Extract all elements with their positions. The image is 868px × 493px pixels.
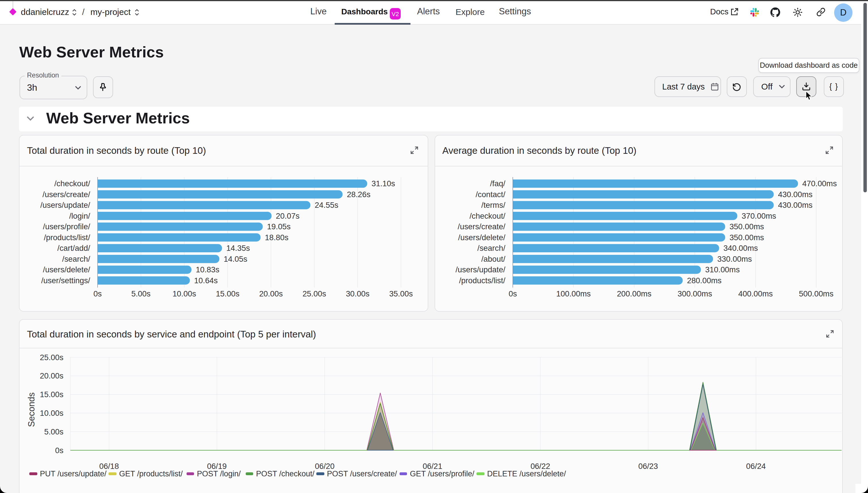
svg-text:10.00s: 10.00s xyxy=(40,409,63,417)
svg-text:5.00s: 5.00s xyxy=(131,289,150,298)
svg-text:430.00ms: 430.00ms xyxy=(778,190,812,199)
svg-text:14.35s: 14.35s xyxy=(226,244,250,253)
svg-text:31.10s: 31.10s xyxy=(372,179,395,188)
svg-text:20.00s: 20.00s xyxy=(259,289,283,298)
svg-text:06/24: 06/24 xyxy=(746,462,766,471)
svg-text:/checkout/: /checkout/ xyxy=(54,179,90,188)
svg-text:0s: 0s xyxy=(55,446,63,455)
svg-text:19.05s: 19.05s xyxy=(267,222,291,231)
svg-text:25.00s: 25.00s xyxy=(40,353,63,362)
svg-text:14.05s: 14.05s xyxy=(224,255,247,263)
svg-text:20.00s: 20.00s xyxy=(40,371,63,380)
svg-text:/users/profile/: /users/profile/ xyxy=(43,222,90,231)
svg-text:200.00ms: 200.00ms xyxy=(617,289,651,298)
svg-text:370.00ms: 370.00ms xyxy=(742,212,776,220)
svg-text:24.55s: 24.55s xyxy=(315,200,338,210)
svg-text:/products/list/: /products/list/ xyxy=(44,233,90,242)
svg-text:10.00s: 10.00s xyxy=(172,289,196,298)
svg-text:340.00ms: 340.00ms xyxy=(723,244,758,253)
svg-text:430.00ms: 430.00ms xyxy=(778,200,812,210)
svg-text:0s: 0s xyxy=(93,289,102,298)
svg-text:18.80s: 18.80s xyxy=(265,233,289,242)
svg-text:470.00ms: 470.00ms xyxy=(802,179,837,188)
svg-text:20.07s: 20.07s xyxy=(276,212,299,220)
svg-text:06/18: 06/18 xyxy=(99,462,119,471)
svg-text:/users/update/: /users/update/ xyxy=(456,265,506,274)
svg-text:500.00ms: 500.00ms xyxy=(799,289,833,298)
svg-text:06/21: 06/21 xyxy=(423,462,443,471)
svg-text:5.00s: 5.00s xyxy=(44,427,63,436)
svg-text:/users/delete/: /users/delete/ xyxy=(43,265,90,274)
svg-text:/users/update/: /users/update/ xyxy=(40,200,90,210)
svg-text:10.83s: 10.83s xyxy=(196,265,219,274)
svg-text:/cart/add/: /cart/add/ xyxy=(58,244,90,253)
svg-text:15.00s: 15.00s xyxy=(216,289,239,298)
svg-text:400.00ms: 400.00ms xyxy=(738,289,773,298)
svg-text:/products/list/: /products/list/ xyxy=(459,276,506,285)
svg-text:/terms/: /terms/ xyxy=(481,200,506,210)
svg-text:15.00s: 15.00s xyxy=(40,390,63,399)
svg-text:06/19: 06/19 xyxy=(207,462,227,471)
svg-text:30.00s: 30.00s xyxy=(346,289,369,298)
svg-text:100.00ms: 100.00ms xyxy=(556,289,591,298)
svg-text:330.00ms: 330.00ms xyxy=(717,255,752,263)
svg-text:/users/delete/: /users/delete/ xyxy=(458,233,506,242)
svg-text:350.00ms: 350.00ms xyxy=(729,222,764,231)
svg-text:310.00ms: 310.00ms xyxy=(705,265,740,274)
svg-text:0s: 0s xyxy=(509,289,517,298)
svg-text:/users/create/: /users/create/ xyxy=(42,190,90,199)
svg-text:35.00s: 35.00s xyxy=(389,289,413,298)
svg-text:25.00s: 25.00s xyxy=(302,289,326,298)
svg-text:/user/settings/: /user/settings/ xyxy=(41,276,90,285)
svg-text:28.26s: 28.26s xyxy=(347,190,370,199)
svg-text:/search/: /search/ xyxy=(62,255,90,263)
svg-text:/search/: /search/ xyxy=(477,244,506,253)
svg-text:280.00ms: 280.00ms xyxy=(687,276,721,285)
svg-text:/users/create/: /users/create/ xyxy=(458,222,506,231)
svg-text:/faq/: /faq/ xyxy=(490,179,506,188)
svg-text:/about/: /about/ xyxy=(481,255,506,263)
svg-text:300.00ms: 300.00ms xyxy=(678,289,712,298)
svg-text:/contact/: /contact/ xyxy=(475,190,506,199)
svg-text:/login/: /login/ xyxy=(69,212,90,220)
svg-text:/checkout/: /checkout/ xyxy=(470,212,506,220)
svg-text:06/22: 06/22 xyxy=(530,462,550,471)
svg-text:06/23: 06/23 xyxy=(638,462,658,471)
svg-text:06/20: 06/20 xyxy=(315,462,335,471)
svg-text:350.00ms: 350.00ms xyxy=(729,233,764,242)
svg-text:10.64s: 10.64s xyxy=(194,276,217,285)
